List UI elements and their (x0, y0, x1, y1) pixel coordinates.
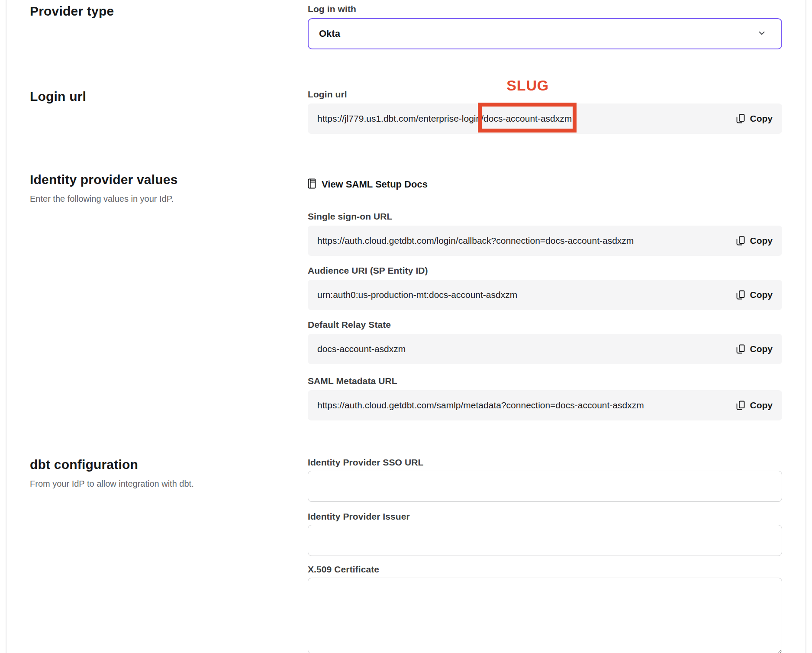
copy-login-url-button[interactable]: Copy (727, 113, 773, 124)
copy-single-sign-on-url-button[interactable]: Copy (727, 236, 773, 246)
default-relay-state-value: docs-account-asdxzm (317, 344, 406, 354)
saml-metadata-url-label: SAML Metadata URL (308, 375, 782, 387)
default-relay-state-field: docs-account-asdxzm Copy (308, 334, 782, 364)
identity-provider-sso-url-label: Identity Provider SSO URL (308, 457, 782, 468)
single-sign-on-url-label: Single sign-on URL (308, 211, 782, 222)
copy-audience-uri-button[interactable]: Copy (727, 290, 773, 300)
login-url-section: Login url Login url https://jl779.us1.db… (30, 89, 782, 134)
idp-values-heading: Identity provider values (30, 172, 308, 187)
docs-icon (308, 178, 316, 191)
default-relay-state-label: Default Relay State (308, 319, 782, 330)
x509-certificate-textarea[interactable] (308, 578, 782, 653)
copy-saml-metadata-url-button[interactable]: Copy (727, 400, 773, 411)
provider-type-section: Provider type Log in with Okta (30, 3, 782, 49)
chevron-down-icon (756, 27, 767, 40)
copy-icon (736, 344, 745, 354)
provider-type-heading: Provider type (30, 3, 308, 19)
provider-select[interactable]: Okta (308, 18, 782, 49)
saml-metadata-url-field: https://auth.cloud.getdbt.com/samlp/meta… (308, 390, 782, 420)
copy-icon (736, 400, 745, 411)
saml-metadata-url-value: https://auth.cloud.getdbt.com/samlp/meta… (317, 400, 644, 411)
copy-icon (736, 290, 745, 300)
dbt-configuration-section: dbt configuration From your IdP to allow… (30, 457, 782, 653)
view-saml-setup-docs-link[interactable]: View SAML Setup Docs (308, 178, 428, 191)
audience-uri-value: urn:auth0:us-production-mt:docs-account-… (317, 290, 517, 300)
slug-highlight-box: docs-account-asdxzmSLUG (483, 113, 572, 123)
login-with-label: Log in with (308, 3, 782, 15)
copy-default-relay-state-button[interactable]: Copy (727, 344, 773, 354)
dbt-configuration-heading: dbt configuration (30, 457, 308, 472)
login-url-heading: Login url (30, 89, 308, 104)
idp-values-subtitle: Enter the following values in your IdP. (30, 193, 308, 204)
login-url-value: https://jl779.us1.dbt.com/enterprise-log… (317, 113, 572, 124)
identity-provider-sso-url-input[interactable] (308, 471, 782, 502)
audience-uri-label: Audience URI (SP Entity ID) (308, 265, 782, 276)
single-sign-on-url-value: https://auth.cloud.getdbt.com/login/call… (317, 236, 634, 246)
single-sign-on-url-field: https://auth.cloud.getdbt.com/login/call… (308, 226, 782, 256)
identity-provider-values-section: Identity provider values Enter the follo… (30, 172, 782, 420)
provider-select-value: Okta (319, 28, 340, 39)
slug-annotation: SLUG (506, 77, 549, 94)
copy-icon (736, 113, 745, 124)
dbt-configuration-subtitle: From your IdP to allow integration with … (30, 478, 308, 489)
identity-provider-issuer-label: Identity Provider Issuer (308, 511, 782, 522)
copy-icon (736, 236, 745, 246)
sso-settings-card: Provider type Log in with Okta Login url… (6, 0, 806, 653)
identity-provider-issuer-input[interactable] (308, 525, 782, 556)
x509-certificate-label: X.509 Certificate (308, 564, 782, 575)
audience-uri-field: urn:auth0:us-production-mt:docs-account-… (308, 280, 782, 310)
login-url-field: https://jl779.us1.dbt.com/enterprise-log… (308, 103, 782, 134)
